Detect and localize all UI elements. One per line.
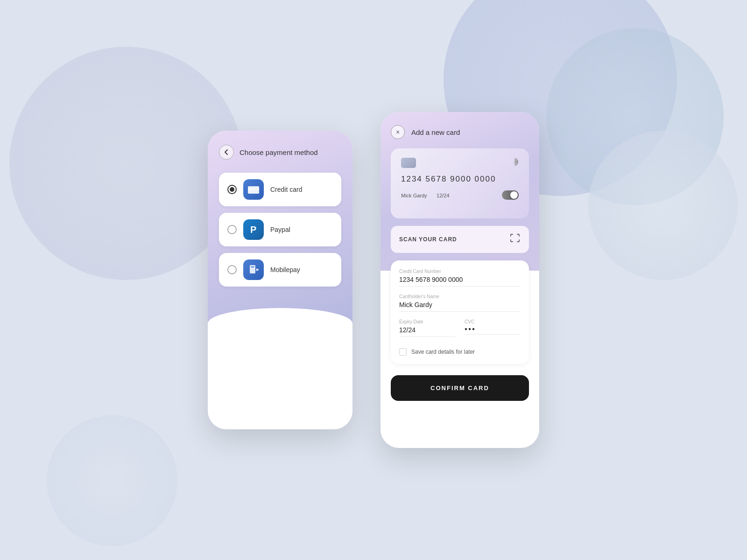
card-visual: 1234 5678 9000 0000 Mick Gardy 12/24 (391, 148, 529, 218)
back-button[interactable] (219, 145, 234, 160)
svg-rect-5 (251, 266, 254, 267)
card-name-display: Mick Gardy (401, 193, 427, 198)
phone-add-card: × Add a new card 1234 5678 9000 0000 (381, 112, 539, 448)
nfc-svg (509, 157, 520, 167)
scan-label: SCAN YOUR CARD (399, 236, 457, 243)
nfc-icon (509, 157, 520, 169)
cvc-input[interactable]: ●●● (465, 326, 521, 335)
svg-text:P: P (250, 224, 256, 235)
save-card-label: Save card details for later (411, 349, 475, 355)
phones-container: Choose payment method Credit card (208, 112, 539, 448)
card-form: Credit Card Number 1234 5678 9000 0000 C… (391, 260, 529, 364)
scan-icon (509, 232, 521, 246)
save-card-checkbox[interactable] (399, 348, 407, 356)
save-card-row: Save card details for later (399, 348, 521, 356)
svg-rect-4 (250, 265, 255, 273)
expiry-field: Expiry Date 12/24 (399, 319, 455, 337)
svg-marker-6 (256, 268, 259, 271)
svg-rect-2 (249, 190, 253, 191)
back-arrow-icon (224, 149, 229, 155)
cvc-field: CVC ●●● (465, 319, 521, 337)
cardholder-field: Cardholder's Name Mick Gardy (399, 294, 521, 312)
card-number-label: Credit Card Number (399, 269, 521, 274)
mobilepay-radio[interactable] (227, 265, 237, 274)
card-number-field: Credit Card Number 1234 5678 9000 0000 (399, 269, 521, 287)
paypal-option[interactable]: P Paypal (219, 213, 341, 246)
add-card-header: × Add a new card (391, 125, 529, 139)
expiry-input[interactable]: 12/24 (399, 326, 455, 337)
cardholder-input[interactable]: Mick Gardy (399, 301, 521, 312)
paypal-radio[interactable] (227, 225, 237, 234)
svg-rect-1 (248, 188, 259, 190)
mobilepay-icon (243, 259, 264, 280)
mobilepay-option[interactable]: Mobilepay (219, 253, 341, 287)
payment-header: Choose payment method (219, 145, 341, 160)
bg-decoration-4 (588, 131, 738, 280)
bg-decoration-5 (47, 415, 177, 546)
credit-card-option[interactable]: Credit card (219, 173, 341, 206)
card-expiry-display: 12/24 (437, 193, 450, 198)
card-chip (401, 158, 416, 168)
mobilepay-label: Mobilepay (270, 266, 300, 273)
card-footer: Mick Gardy 12/24 (401, 190, 519, 200)
credit-card-icon (243, 179, 264, 200)
phone2-bottom: CONFIRM CARD (381, 371, 539, 411)
scan-svg (509, 232, 521, 244)
phone2-content: × Add a new card 1234 5678 9000 0000 (381, 112, 539, 364)
scan-card-section[interactable]: SCAN YOUR CARD (391, 226, 529, 253)
credit-card-radio[interactable] (227, 185, 237, 194)
credit-card-label: Credit card (270, 186, 302, 193)
card-number-display: 1234 5678 9000 0000 (401, 175, 519, 184)
cvc-label: CVC (465, 319, 521, 324)
bg-decoration-3 (546, 28, 724, 205)
credit-card-svg (247, 185, 260, 194)
payment-method-title: Choose payment method (240, 148, 318, 156)
cardholder-label: Cardholder's Name (399, 294, 521, 299)
phone1-wave (208, 308, 352, 429)
close-button[interactable]: × (391, 125, 405, 139)
card-number-input[interactable]: 1234 5678 9000 0000 (399, 276, 521, 287)
paypal-svg: P (248, 224, 259, 236)
add-card-title: Add a new card (411, 128, 460, 136)
close-icon: × (396, 128, 400, 136)
paypal-icon: P (243, 219, 264, 240)
phone-choose-payment: Choose payment method Credit card (208, 131, 352, 429)
card-toggle[interactable] (502, 190, 519, 200)
expiry-label: Expiry Date (399, 319, 455, 324)
confirm-card-button[interactable]: CONFIRM CARD (391, 375, 529, 401)
card-info: Mick Gardy 12/24 (401, 191, 450, 199)
expiry-cvc-row: Expiry Date 12/24 CVC ●●● (399, 319, 521, 344)
phone1-content: Choose payment method Credit card (208, 131, 352, 304)
mobilepay-svg (247, 264, 260, 276)
paypal-label: Paypal (270, 226, 290, 233)
